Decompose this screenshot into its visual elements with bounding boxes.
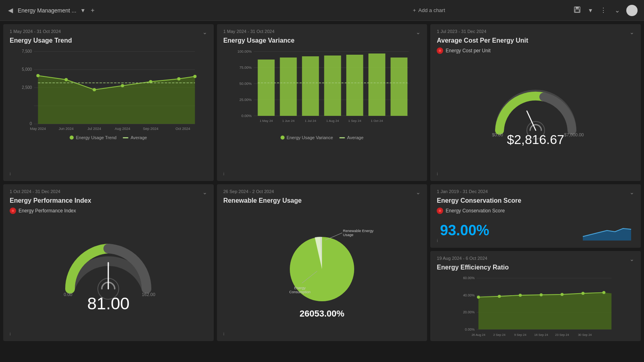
cost-date: 1 Jul 2023 - 31 Dec 2024	[437, 29, 486, 34]
svg-text:Consumption: Consumption	[289, 290, 310, 294]
epi-chevron[interactable]: ⌄	[202, 189, 207, 195]
trend-chevron[interactable]: ⌄	[202, 29, 207, 35]
topbar-center: + Add a chart	[289, 5, 569, 16]
dashboard-grid: 1 May 2024 - 31 Oct 2024 ⌄ Energy Usage …	[0, 21, 644, 362]
svg-text:$0.00: $0.00	[492, 132, 503, 137]
variance-chart: 100.00% 75.00% 50.00% 25.00% 0.00% 1 May…	[223, 47, 421, 132]
re-pie: Renewable Energy Usage Energy Consumptio…	[223, 208, 421, 336]
topbar-right: ▾ ⋮ ⌄	[572, 4, 638, 16]
svg-text:1 Oct 24: 1 Oct 24	[371, 119, 383, 123]
svg-text:5,000: 5,000	[22, 67, 32, 72]
add-chart-icon: +	[413, 7, 416, 13]
ecs-series-name: Energy Conservation Score	[446, 208, 505, 214]
title-chevron[interactable]: ▾	[80, 5, 86, 16]
legend-label-variance: Energy Usage Variance	[287, 135, 333, 140]
svg-text:1 Jun 24: 1 Jun 24	[282, 119, 295, 123]
add-chart-label: Add a chart	[418, 7, 445, 13]
add-tab-button[interactable]: +	[89, 5, 96, 16]
re-value: 26053.00%	[299, 309, 344, 319]
epi-gauge: 0.00 162.00 81.00	[10, 217, 207, 336]
expand-button[interactable]: ⌄	[613, 5, 621, 16]
back-button[interactable]: ◀	[6, 5, 14, 16]
epi-title: Energy Performance Index	[10, 197, 207, 204]
epi-series: Energy Performance Index	[10, 208, 207, 214]
svg-text:May 2024: May 2024	[30, 127, 46, 131]
re-date: 26 Sep 2024 - 2 Oct 2024	[223, 189, 274, 194]
ecs-sparkline	[583, 220, 631, 241]
svg-text:26 Aug 24: 26 Aug 24	[472, 333, 485, 337]
cost-gauge: $0.00 $7,000.00 $2,816.67	[437, 57, 634, 176]
svg-text:Oct 2024: Oct 2024	[175, 127, 190, 131]
add-chart-button[interactable]: + Add a chart	[408, 5, 450, 16]
ecs-value: 93.00%	[440, 222, 489, 239]
options-menu[interactable]: ⋮	[599, 5, 608, 16]
re-info[interactable]: i	[223, 331, 224, 336]
svg-text:0: 0	[30, 121, 32, 126]
svg-point-14	[64, 78, 68, 81]
svg-text:1 Jul 24: 1 Jul 24	[305, 119, 316, 123]
variance-legend: Energy Usage Variance Average	[223, 135, 421, 140]
svg-text:60.00%: 60.00%	[463, 276, 475, 280]
svg-point-79	[540, 293, 543, 296]
dropdown-arrow[interactable]: ▾	[587, 5, 594, 16]
ecs-series: Energy Conservation Score	[437, 208, 634, 214]
legend-label-trend: Energy Usage Trend	[76, 135, 116, 140]
legend-dot-trend	[70, 136, 74, 140]
variance-info[interactable]: i	[223, 171, 224, 176]
svg-point-77	[498, 295, 501, 298]
svg-rect-43	[390, 58, 407, 116]
variance-chevron[interactable]: ⌄	[416, 29, 421, 35]
svg-point-18	[177, 77, 180, 80]
cost-series-icon	[437, 47, 443, 54]
svg-text:50.00%: 50.00%	[239, 82, 252, 86]
re-chevron[interactable]: ⌄	[416, 189, 421, 195]
legend-dot-variance	[281, 136, 285, 140]
ecs-chevron[interactable]: ⌄	[630, 189, 634, 195]
svg-text:100.00%: 100.00%	[237, 49, 252, 53]
svg-line-60	[325, 233, 342, 240]
trend-legend: Energy Usage Trend Average	[10, 135, 207, 140]
svg-rect-42	[368, 53, 385, 116]
svg-text:20.00%: 20.00%	[463, 310, 475, 314]
svg-rect-38	[280, 58, 297, 116]
svg-point-15	[93, 88, 96, 91]
svg-rect-40	[324, 56, 341, 116]
cost-gauge-svg: $0.00 $7,000.00	[491, 86, 580, 138]
epi-value: 81.00	[87, 294, 130, 313]
eer-chevron[interactable]: ⌄	[630, 256, 634, 262]
svg-text:75.00%: 75.00%	[239, 66, 252, 70]
card-header-cost: 1 Jul 2023 - 31 Dec 2024 ⌄	[437, 29, 634, 35]
svg-text:Jun 2024: Jun 2024	[59, 127, 74, 131]
svg-point-80	[561, 293, 564, 296]
svg-text:2,500: 2,500	[22, 85, 32, 90]
eer-chart-container: 60.00% 40.00% 20.00% 0.00%	[437, 274, 634, 341]
legend-label-avg-variance: Average	[347, 135, 363, 140]
user-avatar[interactable]	[626, 5, 638, 16]
card-header-variance: 1 May 2024 - 31 Oct 2024 ⌄	[223, 29, 421, 35]
legend-variance: Energy Usage Variance	[281, 135, 333, 140]
right-column: 1 Jan 2019 - 31 Dec 2024 ⌄ Energy Conser…	[430, 184, 641, 341]
epi-series-name: Energy Performance Index	[19, 208, 76, 214]
svg-marker-75	[479, 292, 612, 329]
svg-text:1 Aug 24: 1 Aug 24	[326, 119, 339, 123]
cost-info[interactable]: i	[437, 171, 438, 176]
ecs-info[interactable]: i	[437, 238, 438, 243]
epi-info[interactable]: i	[10, 331, 10, 336]
renewable-energy-card: 26 Sep 2024 - 2 Oct 2024 ⌄ Renewable Ene…	[217, 184, 427, 341]
save-icon[interactable]	[572, 4, 582, 16]
svg-point-78	[519, 294, 522, 297]
cost-chevron[interactable]: ⌄	[630, 29, 634, 35]
svg-text:Sep 2024: Sep 2024	[143, 127, 159, 131]
card-header-trend: 1 May 2024 - 31 Oct 2024 ⌄	[10, 29, 207, 35]
cost-value: $2,816.67	[507, 132, 564, 147]
svg-text:0.00%: 0.00%	[241, 114, 252, 118]
svg-text:0.00%: 0.00%	[465, 327, 475, 331]
svg-text:7,500: 7,500	[22, 49, 32, 53]
svg-rect-41	[346, 55, 363, 116]
card-header-ecs: 1 Jan 2019 - 31 Dec 2024 ⌄	[437, 189, 634, 195]
legend-avg-variance: Average	[339, 135, 363, 140]
topbar: ◀ Energy Management ... ▾ + + Add a char…	[0, 0, 644, 21]
trend-info[interactable]: i	[10, 171, 10, 176]
svg-point-81	[582, 292, 585, 295]
legend-dash-average	[123, 137, 128, 138]
